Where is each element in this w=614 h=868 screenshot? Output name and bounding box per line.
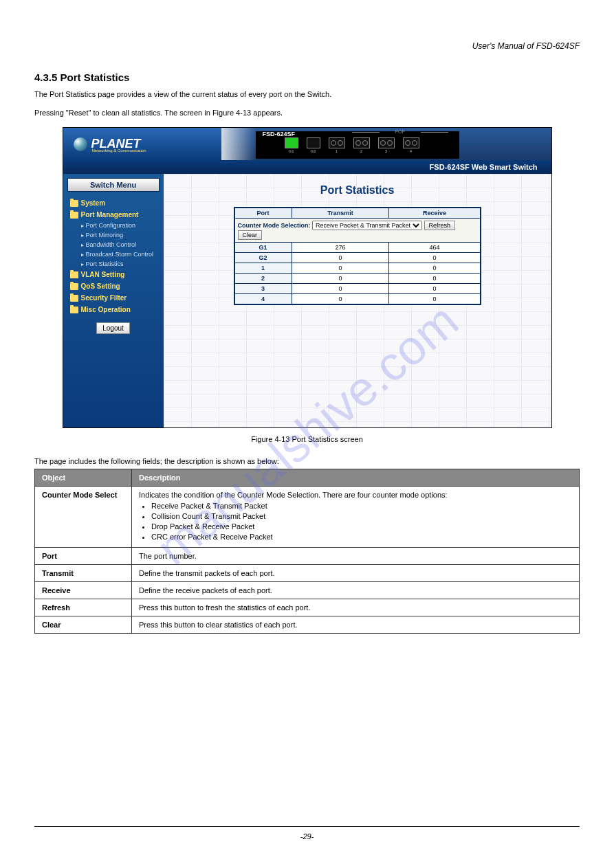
nav-port-management[interactable]: Port Management: [67, 209, 160, 221]
table-row: G1276464: [234, 243, 481, 253]
page-number: -29-: [0, 832, 614, 841]
content-area: Port Statistics Counter Mode Selection: …: [164, 174, 551, 427]
nav-port-statistics[interactable]: Port Statistics: [67, 259, 160, 269]
folder-icon: [70, 295, 78, 302]
table-row: G200: [234, 253, 481, 263]
menu-title: Switch Menu: [67, 178, 160, 192]
folder-icon: [70, 212, 78, 219]
sidebar: Switch Menu System Port Management Port …: [63, 174, 164, 427]
logout-button[interactable]: Logout: [96, 322, 130, 334]
clear-button[interactable]: Clear: [238, 230, 263, 240]
header-clouds: [221, 128, 256, 160]
objects-intro: The page includes the following fields; …: [34, 457, 580, 465]
nav-bandwidth-control[interactable]: Bandwidth Control: [67, 240, 160, 249]
footer-rule: [34, 826, 580, 827]
obj-header-object: Object: [35, 469, 132, 487]
globe-icon: [74, 137, 87, 151]
obj-row: Counter Mode Select Indicates the condit…: [35, 487, 580, 548]
nav-misc[interactable]: Misc Operation: [67, 304, 160, 315]
model-label: FSD-624SF: [263, 131, 296, 137]
port-4: 4: [403, 137, 419, 153]
nav-port-configuration[interactable]: Port Configuration: [67, 221, 160, 230]
nav-port-mirroring[interactable]: Port Mirroring: [67, 230, 160, 240]
port-1: 1: [329, 137, 345, 153]
obj-row: TransmitDefine the transmit packets of e…: [35, 565, 580, 582]
obj-header-description: Description: [132, 469, 580, 487]
doc-title: User's Manual of FSD-624SF: [34, 41, 580, 51]
port-g1: G1: [285, 137, 298, 153]
table-row: 300: [234, 284, 481, 294]
port-g2: G2: [307, 137, 320, 153]
pof-label: POF: [359, 129, 441, 134]
screenshot-frame: PLANET Networking & Communication FSD-62…: [63, 127, 552, 428]
nav-vlan[interactable]: VLAN Setting: [67, 269, 160, 280]
obj-row: ReceiveDefine the receive packets of eac…: [35, 582, 580, 599]
table-row: 200: [234, 274, 481, 284]
subheader: FSD-624SF Web Smart Switch: [63, 160, 551, 174]
refresh-button[interactable]: Refresh: [424, 221, 456, 230]
nav-qos[interactable]: QoS Setting: [67, 280, 160, 292]
stats-table: Counter Mode Selection: Receive Packet &…: [234, 207, 481, 305]
port-3: 3: [378, 137, 395, 153]
folder-icon: [70, 307, 78, 313]
folder-icon: [70, 200, 78, 207]
col-transmit: Transmit: [292, 208, 389, 219]
page-title: Port Statistics: [177, 184, 538, 197]
table-row: 400: [234, 294, 481, 305]
section-number: 4.3.5 Port Statistics: [34, 71, 580, 83]
nav-system[interactable]: System: [67, 197, 160, 209]
port-2: 2: [353, 137, 370, 153]
counter-mode-label: Counter Mode Selection:: [238, 222, 311, 229]
folder-icon: [70, 283, 78, 290]
logo-subtext: Networking & Communication: [92, 148, 146, 153]
obj-row: ClearPress this button to clear statisti…: [35, 616, 580, 634]
table-row: 100: [234, 263, 481, 274]
col-port: Port: [234, 208, 292, 219]
figure-caption: Figure 4-13 Port Statistics screen: [34, 435, 580, 443]
objects-table: Object Description Counter Mode Select I…: [34, 469, 580, 634]
nav-broadcast-storm[interactable]: Broadcast Storm Control: [67, 249, 160, 259]
nav-security[interactable]: Security Filter: [67, 292, 160, 304]
obj-row: PortThe port number.: [35, 548, 580, 565]
col-receive: Receive: [389, 208, 481, 219]
obj-row: RefreshPress this button to fresh the st…: [35, 599, 580, 616]
counter-mode-select[interactable]: Receive Packet & Transmit Packet: [312, 221, 422, 230]
logo-area: PLANET Networking & Communication: [63, 128, 221, 160]
section-desc-2: Pressing "Reset" to clean all statistics…: [34, 109, 580, 117]
section-desc-1: The Port Statistics page provides a view…: [34, 90, 580, 98]
folder-icon: [70, 271, 78, 278]
header-bar: PLANET Networking & Communication FSD-62…: [63, 128, 551, 160]
